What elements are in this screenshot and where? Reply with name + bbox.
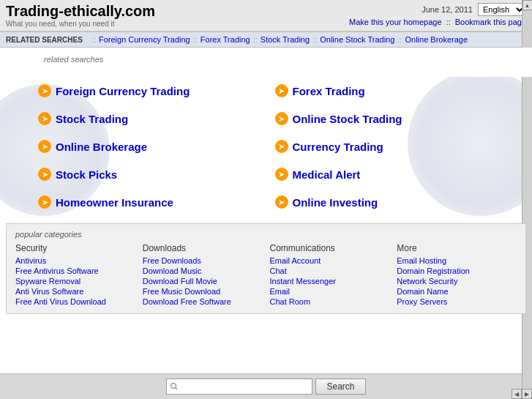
online-stock-trading-link[interactable]: Online Stock Trading — [293, 113, 402, 125]
scroll-up-arrow[interactable]: ▲ — [522, 0, 533, 10]
site-branding: Trading-ethically.com What you need, whe… — [6, 3, 155, 28]
scroll-right-arrow[interactable]: ▶ — [522, 389, 532, 399]
free-downloads-link[interactable]: Free Downloads — [143, 256, 263, 265]
popular-grid: Security Antivirus Free Antivirus Softwa… — [15, 243, 517, 307]
separator: :: — [446, 18, 453, 26]
arrow-icon: ➤ — [38, 195, 51, 209]
language-selector[interactable]: English French Spanish German — [478, 3, 526, 16]
popular-section: popular categories Security Antivirus Fr… — [6, 223, 526, 314]
email-link[interactable]: Email — [270, 287, 390, 296]
arrow-icon: ➤ — [275, 112, 288, 125]
email-account-link[interactable]: Email Account — [270, 256, 390, 265]
related-link-0[interactable]: Foreign Currency Trading — [99, 35, 190, 44]
list-item: ➤ Online Stock Trading — [266, 105, 503, 133]
domain-name-link[interactable]: Domain Name — [397, 287, 517, 296]
medical-alert-link[interactable]: Medical Alert — [293, 168, 361, 181]
proxy-servers-link[interactable]: Proxy Servers — [397, 297, 517, 306]
bottom-bar: Search — [0, 373, 532, 399]
anti-virus-software-link[interactable]: Anti Virus Software — [15, 287, 135, 296]
related-searches-label: related searches — [44, 55, 488, 64]
main-content: related searches ➤ Foreign Currency Trad… — [0, 48, 532, 373]
download-full-movie-link[interactable]: Download Full Movie — [143, 277, 263, 286]
top-bar: Trading-ethically.com What you need, whe… — [0, 0, 532, 31]
search-button[interactable]: Search — [315, 379, 365, 395]
links-grid: ➤ Foreign Currency Trading ➤ Forex Tradi… — [0, 77, 532, 216]
popular-col-security: Security Antivirus Free Antivirus Softwa… — [15, 243, 135, 307]
arrow-icon: ➤ — [38, 84, 51, 97]
network-security-link[interactable]: Network Security — [397, 277, 517, 286]
related-link-3[interactable]: Online Stock Trading — [320, 35, 394, 44]
spyware-removal-link[interactable]: Spyware Removal — [15, 277, 135, 286]
stock-trading-link[interactable]: Stock Trading — [56, 113, 128, 125]
list-item: ➤ Stock Trading — [29, 105, 266, 133]
search-input[interactable] — [166, 379, 312, 395]
related-link-1[interactable]: Forex Trading — [201, 35, 250, 44]
related-link-4[interactable]: Online Brokerage — [405, 35, 468, 44]
email-hosting-link[interactable]: Email Hosting — [397, 256, 517, 265]
sep3: :: — [253, 35, 258, 44]
arrow-icon: ➤ — [275, 195, 288, 209]
list-item: ➤ Forex Trading — [266, 77, 503, 105]
popular-label: popular categories — [15, 230, 517, 239]
col-title-security: Security — [15, 243, 135, 253]
list-item: ➤ Online Investing — [266, 188, 503, 216]
chat-room-link[interactable]: Chat Room — [270, 297, 390, 306]
list-item: ➤ Stock Picks — [29, 160, 266, 188]
scroll-left-arrow[interactable]: ◀ — [512, 389, 522, 399]
bottom-horizontal-arrows: ◀ ▶ — [512, 389, 532, 399]
homeowner-insurance-link[interactable]: Homeowner Insurance — [56, 196, 173, 209]
stock-picks-link[interactable]: Stock Picks — [56, 168, 117, 181]
antivirus-link[interactable]: Antivirus — [15, 256, 135, 265]
arrow-icon: ➤ — [38, 140, 51, 153]
online-brokerage-link[interactable]: Online Brokerage — [56, 141, 147, 153]
related-label: RELATED SEARCHES — [6, 36, 83, 44]
make-homepage-link[interactable]: Make this your homepage — [349, 18, 442, 26]
popular-col-more: More Email Hosting Domain Registration N… — [397, 243, 517, 307]
download-music-link[interactable]: Download Music — [143, 266, 263, 275]
arrow-icon: ➤ — [275, 84, 288, 97]
chat-link[interactable]: Chat — [270, 266, 390, 275]
sep4: :: — [312, 35, 317, 44]
arrow-icon: ➤ — [38, 112, 51, 125]
sep1: :: — [91, 35, 96, 44]
arrow-icon: ➤ — [275, 140, 288, 153]
currency-trading-link[interactable]: Currency Trading — [293, 141, 383, 153]
language-dropdown[interactable]: English French Spanish German — [478, 3, 526, 16]
arrow-icon: ➤ — [38, 168, 51, 181]
site-title: Trading-ethically.com — [6, 3, 155, 20]
domain-registration-link[interactable]: Domain Registration — [397, 266, 517, 275]
instant-messenger-link[interactable]: Instant Messenger — [270, 277, 390, 286]
col-title-downloads: Downloads — [143, 243, 263, 253]
top-right: June 12, 2011 English French Spanish Ger… — [349, 3, 526, 26]
related-link-2[interactable]: Stock Trading — [261, 35, 310, 44]
list-item: ➤ Foreign Currency Trading — [29, 77, 266, 105]
popular-col-communications: Communications Email Account Chat Instan… — [270, 243, 390, 307]
col-title-communications: Communications — [270, 243, 390, 253]
sep2: :: — [193, 35, 198, 44]
download-free-software-link[interactable]: Download Free Software — [143, 297, 263, 306]
col-title-more: More — [397, 243, 517, 253]
top-links: Make this your homepage :: Bookmark this… — [349, 18, 526, 26]
related-searches-bar: RELATED SEARCHES :: Foreign Currency Tra… — [0, 31, 532, 48]
free-anti-virus-download-link[interactable]: Free Anti Virus Download — [15, 297, 135, 306]
list-item: ➤ Currency Trading — [266, 133, 503, 160]
list-item: ➤ Medical Alert — [266, 160, 503, 188]
date-display: June 12, 2011 English French Spanish Ger… — [349, 3, 526, 16]
free-music-download-link[interactable]: Free Music Download — [143, 287, 263, 296]
free-antivirus-link[interactable]: Free Antivirus Software — [15, 266, 135, 275]
search-section: related searches — [0, 48, 532, 77]
date-text: June 12, 2011 — [422, 5, 473, 14]
online-investing-link[interactable]: Online Investing — [293, 196, 378, 209]
sep5: :: — [397, 35, 402, 44]
popular-col-downloads: Downloads Free Downloads Download Music … — [143, 243, 263, 307]
arrow-icon: ➤ — [275, 168, 288, 181]
site-tagline: What you need, when you need it — [6, 20, 155, 28]
list-item: ➤ Homeowner Insurance — [29, 188, 266, 216]
list-item: ➤ Online Brokerage — [29, 133, 266, 160]
forex-trading-link[interactable]: Forex Trading — [293, 85, 365, 97]
foreign-currency-trading-link[interactable]: Foreign Currency Trading — [56, 85, 190, 97]
bookmark-link[interactable]: Bookmark this page — [455, 18, 526, 26]
